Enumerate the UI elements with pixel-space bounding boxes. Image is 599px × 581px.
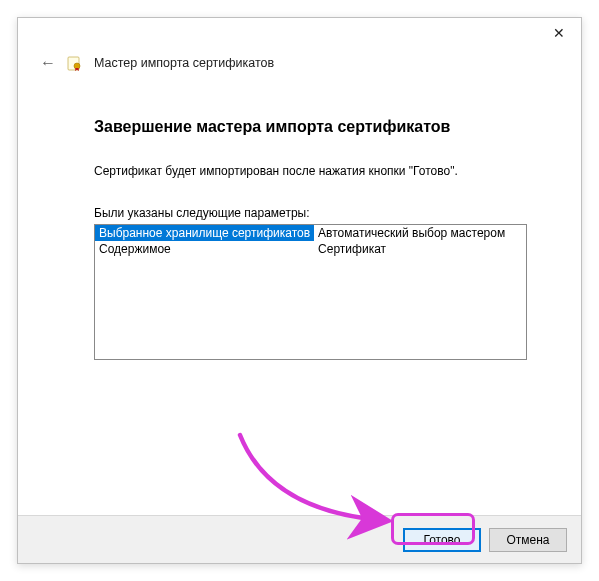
close-icon: ✕ [553, 25, 565, 41]
titlebar: ✕ [18, 18, 581, 48]
wizard-header: ← Мастер импорта сертификатов [18, 48, 581, 72]
wizard-content: Завершение мастера импорта сертификатов … [18, 72, 581, 360]
param-value: Автоматический выбор мастером [314, 225, 526, 241]
wizard-title: Мастер импорта сертификатов [94, 56, 274, 70]
table-row[interactable]: Выбранное хранилище сертификатовАвтомати… [95, 225, 526, 241]
finish-button[interactable]: Готово [403, 528, 481, 552]
page-description: Сертификат будет импортирован после нажа… [94, 164, 523, 178]
wizard-footer: Готово Отмена [18, 515, 581, 563]
close-button[interactable]: ✕ [539, 20, 579, 46]
parameters-listbox[interactable]: Выбранное хранилище сертификатовАвтомати… [94, 224, 527, 360]
param-value: Сертификат [314, 241, 526, 257]
back-arrow-icon[interactable]: ← [40, 55, 56, 71]
parameters-label: Были указаны следующие параметры: [94, 206, 523, 220]
param-key: Выбранное хранилище сертификатов [95, 225, 314, 241]
param-key: Содержимое [95, 241, 314, 257]
page-heading: Завершение мастера импорта сертификатов [94, 118, 523, 136]
table-row[interactable]: СодержимоеСертификат [95, 241, 526, 257]
cancel-button[interactable]: Отмена [489, 528, 567, 552]
certificate-wizard-icon [66, 54, 84, 72]
parameters-table: Выбранное хранилище сертификатовАвтомати… [95, 225, 526, 257]
wizard-window: ✕ ← Мастер импорта сертификатов Завершен… [17, 17, 582, 564]
